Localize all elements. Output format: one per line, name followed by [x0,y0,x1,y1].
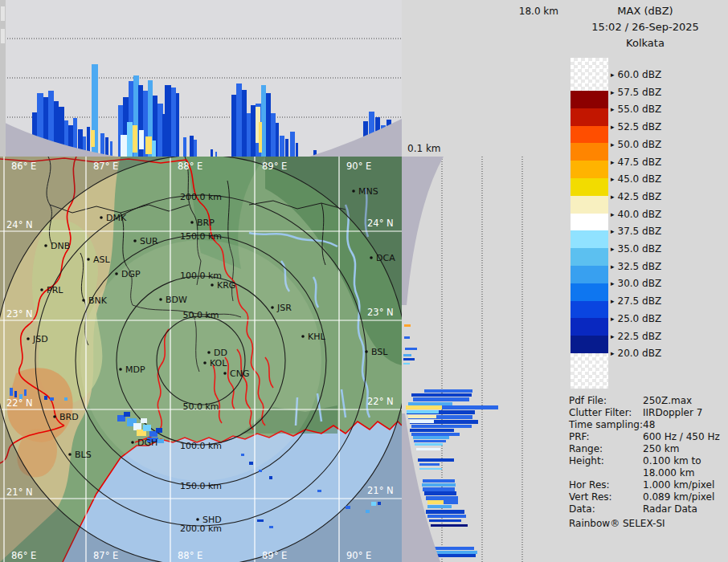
color-scale-tick-label: 40.0 dBZ [618,209,662,220]
echo-bar [100,133,104,157]
echo-bar [424,389,472,393]
color-scale-tick: ▸45.0 dBZ [611,173,661,185]
color-scale-tick-label: 20.0 dBZ [618,348,662,359]
city-label: BNK [88,295,108,306]
metadata-label: Data: [569,503,643,515]
color-scale-tick-label: 22.5 dBZ [618,331,662,342]
color-scale-tick-label: 52.5 dBZ [618,121,662,132]
metadata-value: 18.000 km [643,467,694,479]
map-echo [157,439,164,443]
city-marker-dot [159,298,162,301]
earth-curvature-mask-top [402,157,444,305]
color-scale-tick-label: 55.0 dBZ [618,104,662,115]
metadata-label: Time sampling: [569,419,643,430]
tick-arrow-icon: ▸ [611,279,615,287]
map-echo [317,490,321,492]
echo-bar [408,402,452,405]
color-scale-band [571,301,608,319]
metadata-value: 0.089 km/pixel [643,491,714,503]
top-profile-canvas [0,0,402,157]
color-scale-tick: ▸35.0 dBZ [611,243,661,255]
color-scale-tick-label: 47.5 dBZ [618,157,662,168]
echo-bar [236,83,242,157]
color-scale-band [571,178,608,196]
tick-arrow-icon: ▸ [611,332,615,340]
echo-bar [403,363,410,364]
city-marker-dot [370,256,373,259]
echo-bar [231,95,236,157]
metadata-value: 1.000 km/pixel [643,479,714,491]
echo-bar [271,113,276,157]
echo-bar [242,90,247,157]
city-marker-dot [131,441,134,444]
echo-bar [194,140,197,157]
longitude-label: 86° E [11,550,36,561]
echo-bar [251,105,256,157]
window-edge-strip [0,0,6,157]
echo-bar [410,420,434,423]
window-edge-nub [1,29,5,43]
echo-bar [157,104,163,157]
city-marker-dot [68,453,72,456]
city-label: DMK [106,213,127,223]
echo-bar [121,135,127,157]
metadata-row: Data:Radar Data [569,503,697,515]
radar-map-panel: 86° E86° E87° E87° E88° E88° E89° E89° E… [0,157,402,562]
city-label: SUR [140,236,158,246]
city-label: MDP [125,364,145,375]
map-echo [143,425,151,431]
echo-bar [171,88,176,157]
map-echo [50,397,54,401]
echo-bar [406,405,442,409]
echo-bar [266,93,271,157]
map-echo [156,428,162,433]
echo-bar [414,440,446,442]
echo-bar [280,136,284,157]
latitude-label: 24° N [367,218,394,229]
city-label: KOL [210,358,227,369]
city-label: DGP [121,269,141,279]
longitude-label: 89° E [262,161,287,172]
echo-bar [408,415,436,418]
city-marker-dot [53,415,56,418]
city-label: DNB [51,241,70,251]
metadata-row: Clutter Filter:IIRDoppler 7 [569,407,702,418]
color-scale-band [571,91,608,108]
city-label: JSD [32,334,48,344]
echo-bar [419,468,442,470]
metadata-label: Pdf File: [569,395,643,406]
echo-bar [91,130,95,147]
tick-arrow-icon: ▸ [611,158,615,166]
echo-bar [176,93,179,157]
map-echo [378,502,381,505]
metadata-label: Height: [569,455,643,466]
echo-bar [259,122,262,153]
city-label: CNG [230,369,249,379]
city-label: KHL [308,332,325,342]
city-label: PRL [47,285,63,295]
range-ring-label: 200.0 km [180,192,222,202]
tick-arrow-icon: ▸ [611,88,615,96]
longitude-label: 90° E [346,161,371,172]
color-scale-tick-label: 35.0 dBZ [618,243,662,255]
echo-bar [431,524,468,527]
range-ring-label: 100.0 km [180,271,222,281]
color-scale-tick-label: 60.0 dBZ [618,69,662,80]
color-scale-band [571,214,608,231]
metadata-row: Range:250 km [569,443,679,454]
map-canvas: 86° E86° E87° E87° E88° E88° E89° E89° E… [0,157,402,562]
latitude-label: 23° N [6,308,33,320]
echo-bar [413,436,449,439]
echo-bar [404,336,410,339]
city-marker-dot [82,299,85,302]
color-scale-tick-label: 27.5 dBZ [618,295,662,307]
metadata-label: Range: [569,443,643,454]
color-scale-band [571,126,608,144]
color-scale-tick: ▸52.5 dBZ [611,121,661,132]
city-label: DD [214,348,227,358]
echo-bar [403,354,411,356]
echo-bar [426,496,458,500]
echo-bar [427,515,466,518]
color-scale-band [571,161,608,178]
echo-bar [411,433,460,436]
